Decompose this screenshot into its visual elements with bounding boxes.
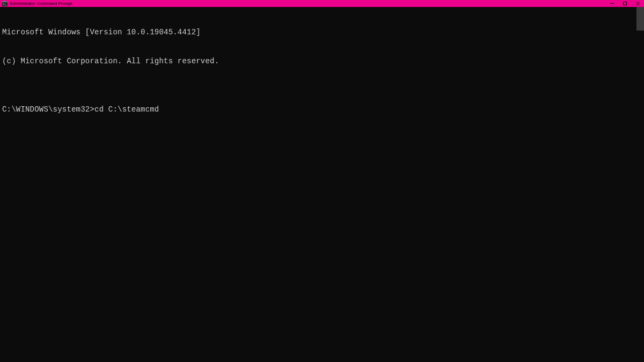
prompt-text: C:\WINDOWS\system32>: [2, 105, 94, 114]
scrollbar-thumb[interactable]: [636, 7, 644, 31]
svg-rect-1: [2, 1, 8, 2]
version-line: Microsoft Windows [Version 10.0.19045.44…: [2, 27, 642, 37]
titlebar-left: >_ Administrator: Command Prompt: [2, 1, 72, 6]
svg-rect-4: [623, 2, 626, 5]
window-titlebar[interactable]: >_ Administrator: Command Prompt: [0, 0, 644, 7]
maximize-button[interactable]: [618, 0, 631, 7]
prompt-line: C:\WINDOWS\system32>: [2, 105, 642, 114]
minimize-button[interactable]: [605, 0, 618, 7]
copyright-line: (c) Microsoft Corporation. All rights re…: [2, 56, 642, 66]
svg-text:>_: >_: [3, 3, 7, 6]
window-controls: [605, 0, 644, 7]
command-input[interactable]: [94, 105, 642, 114]
close-button[interactable]: [631, 0, 644, 7]
cmd-icon: >_: [2, 1, 8, 6]
window-title: Administrator: Command Prompt: [10, 2, 72, 6]
terminal-area[interactable]: Microsoft Windows [Version 10.0.19045.44…: [0, 7, 644, 362]
